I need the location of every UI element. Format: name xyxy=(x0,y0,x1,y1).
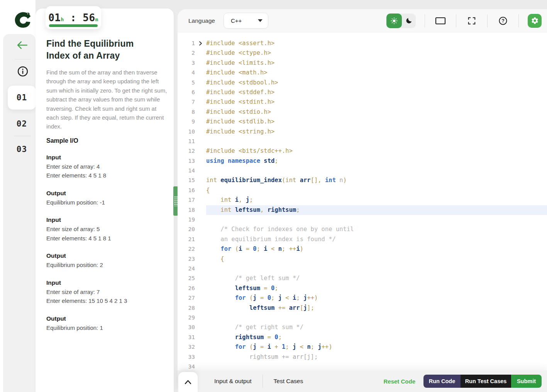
line-number: 34 xyxy=(178,362,195,370)
sample-input-line: Enter size of array: 4 xyxy=(46,162,162,171)
gutter-gap xyxy=(195,97,206,107)
code-line-content: #include <string.h> xyxy=(206,127,547,137)
code-line[interactable]: 24 xyxy=(178,264,547,274)
run-code-button[interactable]: Run Code xyxy=(423,375,461,388)
gutter-gap xyxy=(195,107,206,117)
line-number: 19 xyxy=(178,215,195,225)
help-icon[interactable]: ? xyxy=(496,14,510,27)
code-line[interactable]: 6#include <stddef.h> xyxy=(178,88,547,97)
code-line[interactable]: 21 an equilibrium index is found */ xyxy=(178,235,547,244)
code-line[interactable]: 2#include <ctype.h> xyxy=(178,48,547,58)
code-editor[interactable]: 1#include <assert.h>2#include <ctype.h>3… xyxy=(178,32,547,370)
gutter-gap xyxy=(195,342,206,352)
code-line[interactable]: 25 /* get left sum */ xyxy=(178,274,547,283)
fullscreen-icon[interactable] xyxy=(465,14,478,27)
code-line-content xyxy=(206,313,547,323)
header-divider xyxy=(456,14,456,27)
sample-output-line: Equilibrium position: 2 xyxy=(46,260,162,270)
code-line[interactable]: 10#include <string.h> xyxy=(178,127,547,137)
line-number: 15 xyxy=(178,176,195,185)
line-number: 23 xyxy=(178,254,195,264)
code-line[interactable]: 27 for (j = 0; j < i; j++) xyxy=(178,293,547,303)
code-line-content xyxy=(206,264,547,274)
sidebar-divider-2 xyxy=(14,136,31,136)
question-tab-01[interactable]: 01 xyxy=(8,86,36,110)
editor-header: Language C++ xyxy=(178,9,547,32)
language-value: C++ xyxy=(231,17,258,24)
code-line[interactable]: 9#include <stdlib.h> xyxy=(178,117,547,127)
submit-button[interactable]: Submit xyxy=(511,375,542,388)
line-number: 30 xyxy=(178,323,195,332)
code-line[interactable]: 20 /* Check for indexes one by one until xyxy=(178,225,547,234)
problem-panel: 01h : 56m Find the Equilibrium Index of … xyxy=(36,8,174,392)
code-line-content xyxy=(206,166,547,176)
line-number: 24 xyxy=(178,264,195,274)
code-line[interactable]: 15int equilibrium_index(int arr[], int n… xyxy=(178,176,547,185)
back-arrow-icon[interactable] xyxy=(16,39,29,51)
code-line-content: int equilibrium_index(int arr[], int n) xyxy=(206,176,547,185)
code-line[interactable]: 3#include <limits.h> xyxy=(178,58,547,68)
code-line[interactable]: 30 /* get right sum */ xyxy=(178,323,547,332)
line-number: 6 xyxy=(178,88,195,97)
gutter-gap xyxy=(195,88,206,97)
code-line[interactable]: 23 { xyxy=(178,254,547,264)
tab-test-cases[interactable]: Test Cases xyxy=(274,378,303,385)
code-line[interactable]: 28 leftsum += arr[j]; xyxy=(178,303,547,313)
code-line[interactable]: 11 xyxy=(178,137,547,146)
code-line[interactable]: 13using namespace std; xyxy=(178,156,547,166)
problem-title: Find the Equilibrium Index of an Array xyxy=(46,38,147,62)
gutter-gap xyxy=(195,323,206,332)
expand-panel-button[interactable] xyxy=(178,372,198,392)
language-select[interactable]: C++ xyxy=(224,13,268,29)
code-line[interactable]: 12#include <bits/stdc++.h> xyxy=(178,146,547,156)
code-line-content: #include <ctype.h> xyxy=(206,48,547,58)
line-number: 26 xyxy=(178,284,195,293)
question-tab-02[interactable]: 02 xyxy=(8,112,36,136)
dark-mode-button[interactable] xyxy=(402,14,416,28)
gutter-gap xyxy=(195,313,206,323)
line-number: 18 xyxy=(178,205,195,215)
settings-button[interactable] xyxy=(528,14,542,28)
code-line[interactable]: 26 leftsum = 0; xyxy=(178,284,547,293)
action-buttons: Run Code Run Test Cases Submit xyxy=(423,375,542,388)
code-line[interactable]: 33 rightsum += arr[j]; xyxy=(178,352,547,362)
code-line[interactable]: 22 for (i = 0; i < n; ++i) xyxy=(178,244,547,254)
header-divider xyxy=(425,14,425,27)
code-line[interactable]: 8#include <stdio.h> xyxy=(178,107,547,117)
code-line[interactable]: 17 int i, j; xyxy=(178,195,547,205)
header-actions: ? xyxy=(386,14,542,28)
code-line[interactable]: 18 int leftsum, rightsum; xyxy=(178,205,547,215)
reset-code-button[interactable]: Reset Code xyxy=(383,378,415,385)
run-test-cases-button[interactable]: Run Test Cases xyxy=(461,375,511,388)
line-number: 25 xyxy=(178,274,195,283)
code-line[interactable]: 1#include <assert.h> xyxy=(178,39,547,48)
info-icon[interactable] xyxy=(17,66,29,77)
code-line[interactable]: 16{ xyxy=(178,186,547,195)
header-divider xyxy=(518,14,519,27)
code-line-content: #include <stdio.h> xyxy=(206,107,547,117)
code-line[interactable]: 14 xyxy=(178,166,547,176)
code-line[interactable]: 7#include <stdint.h> xyxy=(178,97,547,107)
line-number: 33 xyxy=(178,352,195,362)
tab-input-output[interactable]: Input & output xyxy=(214,378,252,385)
code-line[interactable]: 31 rightsum = 0; xyxy=(178,333,547,342)
code-line-content: /* get right sum */ xyxy=(206,323,547,332)
timer-progress-bar xyxy=(49,24,98,27)
code-line[interactable]: 32 for (j = i + 1; j < n; j++) xyxy=(178,342,547,352)
window-mode-icon[interactable] xyxy=(434,14,447,27)
code-line[interactable]: 29 xyxy=(178,313,547,323)
question-tab-03[interactable]: 03 xyxy=(8,137,36,161)
line-number: 12 xyxy=(178,146,195,156)
sample-input-line: Enter size of array: 7 xyxy=(46,287,162,297)
line-number: 2 xyxy=(178,48,195,58)
light-mode-button[interactable] xyxy=(386,14,402,28)
code-line[interactable]: 34 xyxy=(178,362,547,370)
code-line[interactable]: 5#include <stdbool.h> xyxy=(178,78,547,88)
code-line[interactable]: 4#include <math.h> xyxy=(178,68,547,78)
fold-chevron-icon[interactable] xyxy=(199,41,202,46)
problem-description: Find the sum of the array and then trave… xyxy=(46,68,168,131)
gutter-gap xyxy=(195,264,206,274)
sample-output-label: Output xyxy=(46,251,162,260)
code-line[interactable]: 19 xyxy=(178,215,547,225)
gutter-gap xyxy=(195,48,206,58)
